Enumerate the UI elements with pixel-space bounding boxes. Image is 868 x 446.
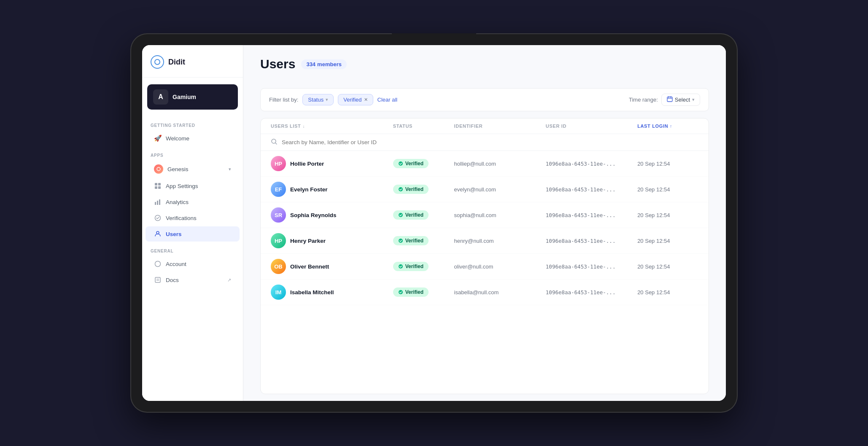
col-users-list: USERS LIST ↓	[271, 124, 393, 129]
search-icon	[271, 138, 278, 146]
svg-rect-7	[159, 199, 160, 205]
table-row[interactable]: HP Hollie Porter Verified holliep@null.c…	[261, 151, 709, 177]
table-row[interactable]: OB Oliver Bennett Verified oliver@null.c…	[261, 254, 709, 279]
user-name: Evelyn Foster	[290, 186, 328, 193]
user-cell-identifier: sophia@null.com	[454, 211, 546, 219]
calendar-icon	[667, 96, 673, 103]
workspace-selector[interactable]: A Gamium	[147, 84, 238, 110]
svg-point-20	[399, 161, 403, 166]
svg-rect-1	[155, 183, 157, 185]
workspace-icon: A	[153, 89, 168, 105]
lastlogin-text: 20 Sep 12:54	[637, 289, 670, 296]
time-range-value: Select	[675, 97, 690, 103]
logo-area: Didit	[142, 45, 243, 78]
user-cell-status: Verified	[393, 210, 454, 220]
avatar: OB	[271, 259, 286, 274]
analytics-label: Analytics	[166, 199, 189, 205]
users-icon	[154, 230, 162, 238]
status-chip-label: Status	[308, 97, 323, 103]
identifier-text: sophia@null.com	[454, 212, 496, 218]
members-badge: 334 members	[301, 59, 347, 69]
app-selector[interactable]: Genesis ▾	[146, 161, 240, 177]
user-rows-container: HP Hollie Porter Verified holliep@null.c…	[261, 151, 709, 305]
filter-bar: Filter list by: Status ▾ Verified ✕ Clea…	[260, 88, 709, 111]
user-name: Hollie Porter	[290, 161, 324, 167]
svg-point-23	[399, 239, 403, 243]
svg-point-10	[155, 261, 161, 267]
svg-rect-3	[155, 186, 157, 189]
sidebar-item-welcome[interactable]: 🚀 Welcome	[146, 131, 240, 146]
screen: Didit A Gamium GETTING STARTED 🚀 Welcome…	[142, 45, 726, 401]
verifications-label: Verifications	[166, 215, 197, 221]
avatar: HP	[271, 233, 286, 248]
verified-chip-close[interactable]: ✕	[364, 97, 368, 102]
identifier-text: evelyn@null.com	[454, 186, 496, 193]
user-cell-status: Verified	[393, 236, 454, 245]
search-input[interactable]	[282, 139, 698, 145]
col-identifier: IDENTIFIER	[454, 124, 546, 129]
verified-chip-label: Verified	[343, 97, 361, 103]
app-settings-label: App Settings	[166, 183, 198, 189]
userid-text: 1096e8aa-6453-11ee-...	[546, 238, 616, 244]
user-cell-status: Verified	[393, 159, 454, 168]
filter-chip-verified[interactable]: Verified ✕	[338, 94, 373, 105]
sidebar-item-label: Welcome	[166, 135, 189, 142]
sidebar-item-verifications[interactable]: Verifications	[146, 210, 240, 226]
user-cell-identifier: oliver@null.com	[454, 263, 546, 270]
sidebar-item-app-settings[interactable]: App Settings	[146, 178, 240, 193]
users-table: USERS LIST ↓ STATUS IDENTIFIER USER ID L…	[260, 118, 709, 394]
page-title-row: Users 334 members	[260, 57, 709, 71]
col-user-id: USER ID	[546, 124, 637, 129]
clear-all-button[interactable]: Clear all	[377, 97, 398, 103]
svg-point-9	[156, 231, 159, 234]
sidebar-item-docs[interactable]: Docs ↗	[146, 272, 240, 287]
time-range-select[interactable]: Select ▾	[661, 94, 700, 106]
sidebar-item-analytics[interactable]: Analytics	[146, 194, 240, 210]
user-cell-name: OB Oliver Bennett	[271, 259, 393, 274]
sidebar-item-account[interactable]: Account	[146, 256, 240, 271]
table-row[interactable]: HP Henry Parker Verified henry@null.com …	[261, 228, 709, 254]
lastlogin-text: 20 Sep 12:54	[637, 212, 670, 218]
status-badge: Verified	[393, 287, 429, 297]
time-range-section: Time range: Select ▾	[629, 94, 700, 106]
account-icon	[154, 260, 162, 268]
sort-icon-last-login: ↑	[670, 124, 672, 129]
svg-point-22	[399, 213, 403, 217]
user-cell-lastlogin: 20 Sep 12:54	[637, 211, 698, 219]
user-cell-identifier: isabella@null.com	[454, 288, 546, 296]
device-notch	[392, 33, 476, 43]
status-chip-chevron: ▾	[326, 97, 328, 102]
svg-rect-5	[155, 202, 156, 205]
user-cell-identifier: holliep@null.com	[454, 160, 546, 167]
analytics-icon	[154, 198, 162, 206]
avatar: SR	[271, 207, 286, 223]
col-last-login: LAST LOGIN ↑	[637, 124, 698, 129]
chevron-down-icon: ▾	[229, 167, 231, 172]
svg-rect-4	[158, 186, 161, 189]
time-range-label: Time range:	[629, 97, 658, 103]
identifier-text: henry@null.com	[454, 238, 494, 244]
app-name-label: Genesis	[167, 166, 224, 172]
userid-text: 1096e8aa-6453-11ee-...	[546, 263, 616, 270]
time-range-chevron: ▾	[692, 97, 695, 102]
user-cell-userid: 1096e8aa-6453-11ee-...	[546, 211, 637, 219]
external-link-icon: ↗	[227, 277, 231, 283]
sidebar-item-users[interactable]: Users	[146, 226, 240, 242]
user-cell-status: Verified	[393, 185, 454, 194]
table-row[interactable]: EF Evelyn Foster Verified evelyn@null.co…	[261, 177, 709, 202]
status-badge: Verified	[393, 210, 429, 220]
table-row[interactable]: IM Isabella Mitchell Verified isabella@n…	[261, 279, 709, 305]
user-cell-userid: 1096e8aa-6453-11ee-...	[546, 263, 637, 270]
user-cell-userid: 1096e8aa-6453-11ee-...	[546, 288, 637, 296]
identifier-text: holliep@null.com	[454, 161, 496, 167]
avatar: IM	[271, 285, 286, 300]
col-status: STATUS	[393, 124, 454, 129]
filter-chip-status[interactable]: Status ▾	[302, 94, 334, 105]
verifications-icon	[154, 214, 162, 222]
search-row	[261, 134, 709, 151]
docs-label: Docs	[166, 277, 179, 283]
table-row[interactable]: SR Sophia Reynolds Verified sophia@null.…	[261, 202, 709, 228]
docs-icon	[154, 276, 162, 284]
status-badge: Verified	[393, 236, 429, 245]
workspace-name: Gamium	[173, 94, 196, 100]
